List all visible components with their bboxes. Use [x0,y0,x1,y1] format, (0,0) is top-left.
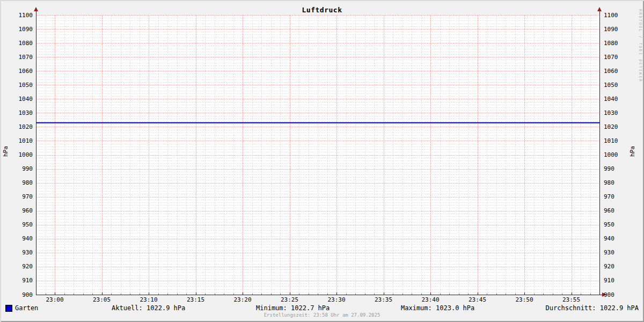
y-tick-label-right: 1070 [604,54,618,61]
stat-aktuell: Aktuell: 1022.9 hPa [112,304,185,312]
y-tick-label-left: 1040 [19,96,33,103]
stat-durchschnitt: Durchschnitt: 1022.9 hPA [546,304,639,312]
y-tick-label-right: 970 [604,193,614,200]
y-tick-label-left: 1050 [19,82,33,89]
x-tick-label: 23:15 [187,296,204,303]
y-tick-label-right: 900 [604,291,614,298]
y-tick-label-right: 1050 [604,82,618,89]
x-tick-label: 23:50 [515,296,533,303]
y-tick-label-right: 950 [604,221,614,228]
y-tick-label-left: 980 [22,179,33,186]
y-tick-label-left: 1030 [19,109,33,116]
x-tick-label: 23:55 [562,296,580,303]
y-tick-label-left: 960 [22,207,33,214]
x-tick-label: 23:40 [421,296,439,303]
y-tick-label-left: 1020 [19,123,33,130]
x-tick-label: 23:25 [281,296,298,303]
y-tick-label-right: 1040 [604,96,618,103]
y-axis-unit-right: hPa [629,146,636,157]
y-tick-label-right: 1000 [604,151,618,158]
chart-plot-area: 9009009109109209209309309409409509509609… [0,0,644,322]
chart-title: Luftdruck [0,6,644,14]
y-tick-label-left: 1060 [19,68,33,75]
series-name-label: Garten [15,304,38,312]
y-tick-label-left: 990 [22,165,33,172]
y-tick-label-left: 1080 [19,40,33,47]
y-tick-label-left: 950 [22,221,33,228]
x-tick-label: 23:20 [233,296,251,303]
x-tick-label: 23:00 [46,296,63,303]
y-tick-label-right: 1030 [604,109,618,116]
y-tick-label-right: 1020 [604,123,618,130]
rrdtool-graph: 9009009109109209209309309409409509509609… [0,0,644,322]
legend-row: Garten Aktuell: 1022.9 hPa Minimum: 1022… [0,304,644,312]
y-tick-label-right: 990 [604,165,614,172]
y-tick-label-right: 1060 [604,68,618,75]
y-tick-label-left: 900 [22,291,33,298]
y-tick-label-right: 980 [604,179,614,186]
x-tick-label: 23:30 [327,296,345,303]
y-tick-label-left: 920 [22,263,33,270]
y-tick-label-left: 1090 [19,26,33,33]
stat-maximum: Maximum: 1023.0 hPa [401,304,474,312]
series-color-swatch [5,305,12,312]
y-tick-label-left: 910 [22,277,33,284]
x-tick-label: 23:45 [469,296,486,303]
y-tick-label-right: 920 [604,263,614,270]
y-tick-label-right: 1010 [604,137,618,144]
y-tick-label-right: 1090 [604,26,618,33]
y-tick-label-right: 910 [604,277,614,284]
y-tick-label-right: 930 [604,249,614,256]
creation-timestamp: Erstellungszeit: 23:58 Uhr am 27.09.2025 [0,312,644,318]
y-tick-label-right: 940 [604,235,614,242]
stat-minimum: Minimum: 1022.7 hPa [256,304,330,312]
y-axis-unit-left: hPa [2,146,9,157]
y-tick-label-left: 970 [22,193,33,200]
x-tick-label: 23:35 [375,296,392,303]
y-tick-label-left: 1010 [19,137,33,144]
y-tick-label-left: 1070 [19,54,33,61]
y-tick-label-left: 930 [22,249,33,256]
rrdtool-watermark: RRDTOOL / TOBI OETIKER [638,9,642,83]
y-tick-label-right: 960 [604,207,614,214]
x-tick-label: 23:10 [140,296,157,303]
x-tick-label: 23:05 [93,296,111,303]
y-tick-label-left: 940 [22,235,33,242]
y-tick-label-right: 1080 [604,40,618,47]
y-tick-label-left: 1000 [19,151,33,158]
